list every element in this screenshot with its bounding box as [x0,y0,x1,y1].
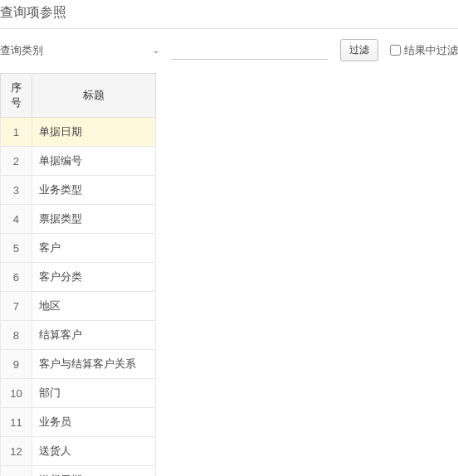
cell-title: 客户分类 [32,263,155,292]
cell-title: 业务员 [32,408,155,437]
filter-bar: 查询类别 ⌄ 过滤 结果中过滤 [0,29,458,71]
category-dropdown[interactable]: 查询类别 ⌄ [0,43,164,58]
cell-seq: 12 [1,437,32,466]
table-row[interactable]: 12送货人 [1,437,156,466]
filter-button[interactable]: 过滤 [340,39,378,61]
table-row[interactable]: 11业务员 [1,408,156,437]
cell-title: 结算客户 [32,321,155,350]
table-row[interactable]: 3业务类型 [1,176,156,205]
column-header-seq[interactable]: 序号 [1,74,32,118]
results-table: 序号 标题 1单据日期2单据编号3业务类型4票据类型5客户6客户分类7地区8结算… [0,73,156,476]
cell-title: 客户 [32,234,155,263]
filter-in-results-label: 结果中过滤 [404,43,458,58]
table-row[interactable]: 4票据类型 [1,205,156,234]
table-row[interactable]: 6客户分类 [1,263,156,292]
cell-seq: 8 [1,321,32,350]
table-header-row: 序号 标题 [1,74,156,118]
table-row[interactable]: 10部门 [1,379,156,408]
filter-input[interactable] [171,41,329,60]
cell-seq: 3 [1,176,32,205]
table-row[interactable]: 8结算客户 [1,321,156,350]
results-table-container: 序号 标题 1单据日期2单据编号3业务类型4票据类型5客户6客户分类7地区8结算… [0,73,458,476]
table-row[interactable]: 9客户与结算客户关系 [1,350,156,379]
cell-title: 客户与结算客户关系 [32,350,155,379]
table-row[interactable]: 2单据编号 [1,147,156,176]
dropdown-label: 查询类别 [0,43,153,58]
dialog-header: 查询项参照 [0,0,458,29]
cell-seq: 10 [1,379,32,408]
cell-seq: 7 [1,292,32,321]
cell-title: 送货人 [32,437,155,466]
table-row[interactable]: 13送货日期 [1,466,156,477]
cell-title: 送货日期 [32,466,155,477]
cell-title: 业务类型 [32,176,155,205]
cell-seq: 13 [1,466,32,477]
filter-in-results-wrap: 结果中过滤 [390,43,458,58]
chevron-down-icon: ⌄ [153,46,159,55]
cell-title: 地区 [32,292,155,321]
cell-seq: 4 [1,205,32,234]
cell-seq: 2 [1,147,32,176]
column-header-title[interactable]: 标题 [32,74,155,118]
cell-seq: 11 [1,408,32,437]
cell-seq: 9 [1,350,32,379]
cell-title: 票据类型 [32,205,155,234]
cell-title: 单据编号 [32,147,155,176]
cell-title: 单据日期 [32,118,155,147]
cell-seq: 1 [1,118,32,147]
cell-seq: 6 [1,263,32,292]
table-row[interactable]: 7地区 [1,292,156,321]
table-row[interactable]: 5客户 [1,234,156,263]
table-row[interactable]: 1单据日期 [1,118,156,147]
filter-in-results-checkbox[interactable] [390,45,401,56]
cell-title: 部门 [32,379,155,408]
cell-seq: 5 [1,234,32,263]
dialog-title: 查询项参照 [0,4,458,22]
